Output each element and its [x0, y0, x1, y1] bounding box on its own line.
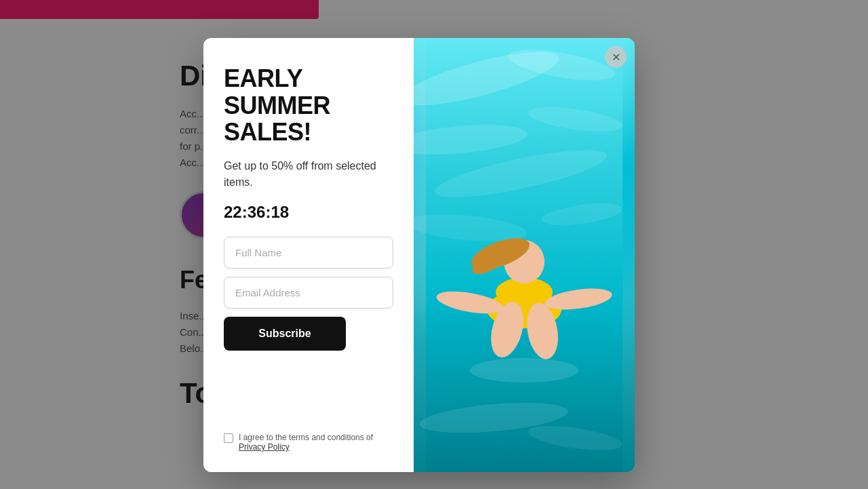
- pool-image: [414, 38, 635, 472]
- countdown-timer: 22:36:18: [224, 203, 393, 222]
- modal-image-panel: [414, 38, 635, 472]
- modal-form-panel: EARLY SUMMER SALES! Get up to 50% off fr…: [203, 38, 414, 472]
- wave-lines: [414, 38, 635, 472]
- subscribe-button[interactable]: Subscribe: [224, 317, 346, 351]
- fullname-input[interactable]: [224, 237, 393, 269]
- privacy-text: I agree to the terms and conditions of P…: [239, 433, 393, 452]
- modal-headline: EARLY SUMMER SALES!: [224, 65, 393, 146]
- privacy-checkbox[interactable]: [224, 433, 233, 443]
- close-icon: ✕: [612, 51, 620, 64]
- modal-subtitle: Get up to 50% off from selected items.: [224, 158, 393, 191]
- privacy-agreement-row: I agree to the terms and conditions of P…: [224, 433, 393, 452]
- close-button[interactable]: ✕: [605, 46, 627, 68]
- privacy-policy-link[interactable]: Privacy Policy: [239, 442, 290, 452]
- popup-modal: ✕ EARLY SUMMER SALES! Get up to 50% off …: [203, 38, 635, 472]
- email-input[interactable]: [224, 277, 393, 309]
- svg-point-17: [470, 358, 578, 383]
